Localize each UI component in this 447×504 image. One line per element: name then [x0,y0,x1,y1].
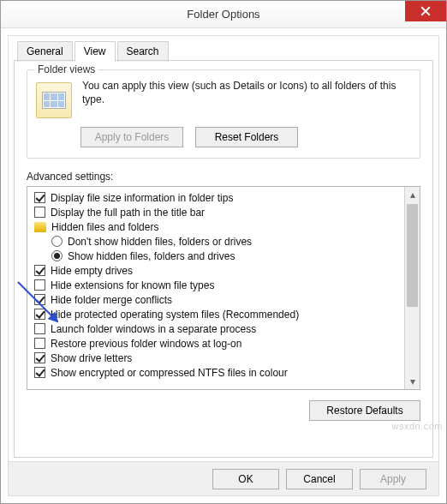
tree-item-label: Hide empty drives [51,265,133,277]
tree-item[interactable]: Hide empty drives [29,263,402,278]
tree-item-label: Show hidden files, folders and drives [68,250,235,262]
checkbox-icon[interactable] [34,323,45,334]
tree-item-label: Show drive letters [51,352,132,364]
checkbox-icon[interactable] [34,352,45,363]
scroll-down-icon[interactable]: ▾ [405,374,420,389]
close-icon [420,6,431,16]
tree-item[interactable]: Don't show hidden files, folders or driv… [29,234,402,249]
tree-item-label: Hidden files and folders [51,221,158,233]
tab-panel-view: Folder views You can apply this view (su… [14,60,433,458]
folder-views-legend: Folder views [34,63,98,75]
checkbox-icon[interactable] [34,294,45,305]
scrollbar[interactable]: ▴ ▾ [404,187,420,389]
tab-strip: General View Search [17,41,170,62]
tree-item[interactable]: Hide extensions for known file types [29,278,402,292]
scroll-up-icon[interactable]: ▴ [405,187,420,202]
checkbox-icon[interactable] [34,367,45,378]
apply-button[interactable]: Apply [360,469,426,489]
tree-item-label: Hide protected operating system files (R… [51,309,299,321]
checkbox-icon[interactable] [34,279,45,291]
checkbox-icon[interactable] [34,265,45,276]
folder-views-icon [36,82,72,118]
advanced-settings-list: Display file size information in folder … [27,187,404,389]
window-title: Folder Options [187,8,259,21]
tree-item[interactable]: Launch folder windows in a separate proc… [29,321,402,336]
advanced-settings-label: Advanced settings: [27,171,420,183]
ok-button[interactable]: OK [212,469,279,489]
folder-views-description: You can apply this view (such as Details… [82,77,411,118]
checkbox-icon[interactable] [34,207,45,218]
tree-item-label: Restore previous folder windows at log-o… [51,338,241,350]
tab-view[interactable]: View [74,41,116,62]
checkbox-icon[interactable] [34,309,45,320]
dialog-button-row: OK Cancel Apply [9,461,438,495]
scroll-thumb[interactable] [407,204,418,307]
advanced-settings-tree: Display file size information in folder … [27,186,420,390]
tree-group: Hidden files and folders [29,219,402,234]
tree-item-label: Don't show hidden files, folders or driv… [68,236,252,248]
tree-item[interactable]: Show drive letters [29,351,402,365]
client-area: General View Search Folder views You can… [8,35,439,496]
tree-item-label: Hide extensions for known file types [51,279,214,291]
tree-item[interactable]: Show encrypted or compressed NTFS files … [29,365,402,380]
close-button[interactable] [405,1,446,21]
tree-item-label: Display file size information in folder … [51,192,233,204]
apply-to-folders-button[interactable]: Apply to Folders [80,127,183,147]
checkbox-icon[interactable] [34,192,45,203]
checkbox-icon[interactable] [34,338,45,349]
radio-icon[interactable] [51,236,63,247]
tree-item[interactable]: Hide folder merge conflicts [29,292,402,307]
tab-general[interactable]: General [17,41,73,62]
folder-icon [34,222,46,232]
cancel-button[interactable]: Cancel [286,469,353,489]
tree-item[interactable]: Display the full path in the title bar [29,205,402,219]
tree-item[interactable]: Hide protected operating system files (R… [29,307,402,321]
tree-item-label: Launch folder windows in a separate proc… [51,323,256,335]
titlebar: Folder Options [1,1,446,28]
tree-item-label: Hide folder merge conflicts [51,294,172,306]
folder-views-group: Folder views You can apply this view (su… [27,69,420,159]
folder-options-window: Folder Options General View Search Folde… [0,0,447,504]
tab-search[interactable]: Search [117,41,169,62]
restore-defaults-button[interactable]: Restore Defaults [309,400,420,421]
reset-folders-button[interactable]: Reset Folders [195,127,298,147]
radio-icon[interactable] [51,250,63,261]
tree-item[interactable]: Show hidden files, folders and drives [29,249,402,263]
tree-item[interactable]: Restore previous folder windows at log-o… [29,336,402,351]
tree-item[interactable]: Display file size information in folder … [29,190,402,205]
tree-item-label: Display the full path in the title bar [51,207,205,219]
tree-item-label: Show encrypted or compressed NTFS files … [51,367,288,379]
